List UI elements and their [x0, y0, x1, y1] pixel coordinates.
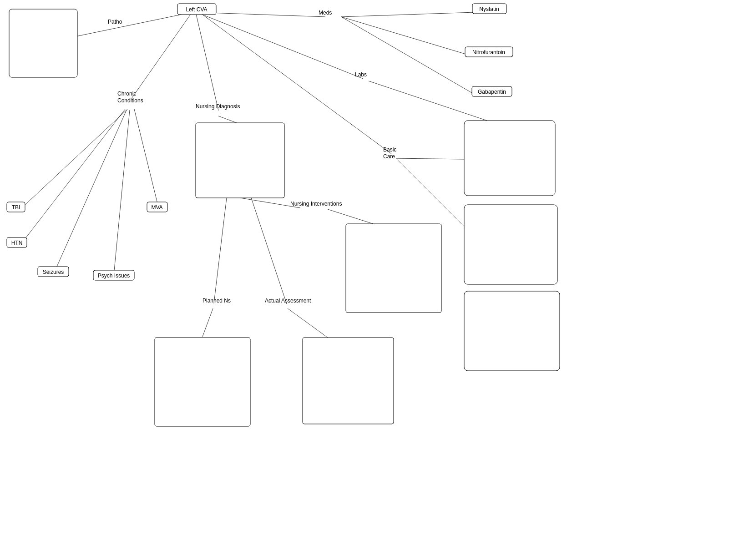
svg-line-16 [396, 158, 465, 159]
nystatin-label: Nystatin [479, 6, 499, 12]
svg-rect-30 [155, 338, 250, 426]
seizures-label: Seizures [43, 269, 64, 275]
svg-line-7 [132, 12, 192, 98]
labs-text: Labs [355, 71, 367, 78]
meds-text: Meds [319, 10, 332, 16]
center-label: Left CVA [186, 6, 207, 13]
patho-text: Patho [108, 19, 122, 25]
actual-assess-text: Actual Assessment [265, 298, 311, 304]
svg-line-9 [22, 109, 125, 243]
svg-rect-26 [196, 123, 284, 198]
svg-line-23 [288, 308, 328, 338]
svg-line-3 [341, 17, 467, 55]
svg-line-5 [197, 12, 363, 79]
svg-rect-31 [303, 338, 394, 424]
nursing-diag-text: Nursing Diagnosis [196, 103, 240, 110]
svg-line-4 [341, 17, 474, 94]
svg-line-10 [55, 110, 127, 272]
svg-rect-28 [346, 224, 441, 313]
mva-label: MVA [151, 204, 162, 211]
svg-line-11 [114, 110, 130, 275]
conditions-text: Conditions [117, 97, 143, 104]
svg-rect-25 [464, 121, 555, 196]
chronic-text: Chronic [117, 91, 136, 97]
svg-line-14 [218, 116, 237, 123]
svg-line-13 [196, 12, 218, 111]
svg-line-19 [328, 209, 373, 224]
svg-rect-27 [464, 205, 557, 284]
planned-ns-text: Planned Ns [202, 298, 231, 304]
svg-line-6 [369, 81, 487, 121]
svg-line-22 [251, 198, 287, 304]
svg-line-12 [134, 109, 158, 207]
svg-rect-29 [464, 291, 560, 371]
svg-line-21 [202, 308, 213, 337]
htn-label: HTN [11, 240, 23, 246]
gabapentin-label: Gabapentin [478, 89, 506, 95]
svg-line-20 [214, 198, 227, 303]
svg-rect-24 [9, 9, 77, 77]
basic-care-text2: Care [383, 153, 395, 160]
svg-line-8 [23, 109, 127, 207]
tbi-label: TBI [12, 204, 20, 211]
nitrofurantoin-label: Nitrofurantoin [472, 49, 505, 55]
psych-issues-label: Psych Issues [98, 272, 130, 279]
svg-line-17 [397, 159, 465, 227]
basic-care-text1: Basic [383, 146, 396, 153]
svg-line-2 [341, 12, 474, 17]
nursing-int-text: Nursing Interventions [290, 201, 342, 207]
